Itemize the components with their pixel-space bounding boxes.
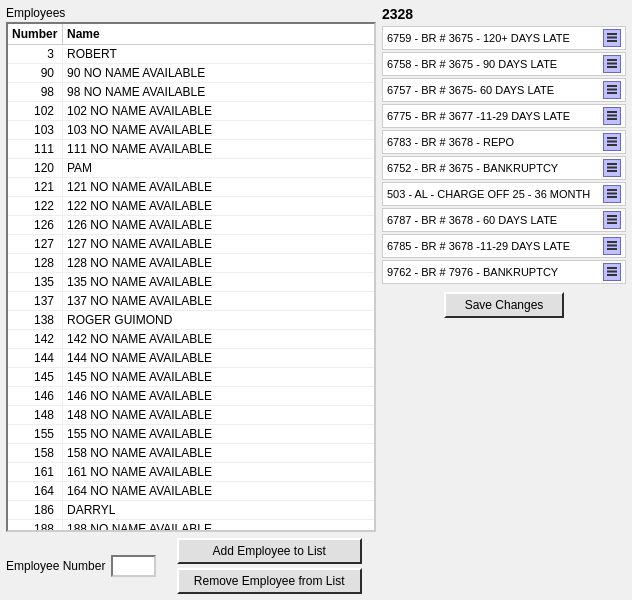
list-item-icon[interactable] (603, 185, 621, 203)
employee-number-cell: 103 (8, 121, 63, 139)
list-item-text: 6759 - BR # 3675 - 120+ DAYS LATE (387, 32, 599, 44)
list-item[interactable]: 6785 - BR # 3678 -11-29 DAYS LATE (382, 234, 626, 258)
table-row[interactable]: 135135 NO NAME AVAILABLE (8, 273, 374, 292)
action-buttons: Add Employee to List Remove Employee fro… (162, 538, 376, 594)
table-row[interactable]: 9898 NO NAME AVAILABLE (8, 83, 374, 102)
list-item[interactable]: 6752 - BR # 3675 - BANKRUPTCY (382, 156, 626, 180)
list-item[interactable]: 6758 - BR # 3675 - 90 DAYS LATE (382, 52, 626, 76)
employee-name-cell: 121 NO NAME AVAILABLE (63, 178, 374, 196)
table-row[interactable]: 138ROGER GUIMOND (8, 311, 374, 330)
table-row[interactable]: 142142 NO NAME AVAILABLE (8, 330, 374, 349)
table-row[interactable]: 122122 NO NAME AVAILABLE (8, 197, 374, 216)
table-row[interactable]: 148148 NO NAME AVAILABLE (8, 406, 374, 425)
table-row[interactable]: 126126 NO NAME AVAILABLE (8, 216, 374, 235)
svg-rect-5 (607, 66, 617, 68)
employee-number-input[interactable] (111, 555, 156, 577)
charge-list: 6759 - BR # 3675 - 120+ DAYS LATE 6758 -… (382, 26, 626, 284)
table-row[interactable]: 145145 NO NAME AVAILABLE (8, 368, 374, 387)
table-row[interactable]: 146146 NO NAME AVAILABLE (8, 387, 374, 406)
employee-number-cell: 158 (8, 444, 63, 462)
employee-number-cell: 148 (8, 406, 63, 424)
table-row[interactable]: 111111 NO NAME AVAILABLE (8, 140, 374, 159)
table-row[interactable]: 155155 NO NAME AVAILABLE (8, 425, 374, 444)
right-panel-title: 2328 (382, 6, 626, 22)
employee-name-cell: 164 NO NAME AVAILABLE (63, 482, 374, 500)
employee-name-cell: 188 NO NAME AVAILABLE (63, 520, 374, 530)
svg-rect-17 (607, 170, 617, 172)
svg-rect-13 (607, 141, 617, 143)
list-item[interactable]: 6783 - BR # 3678 - REPO (382, 130, 626, 154)
table-row[interactable]: 9090 NO NAME AVAILABLE (8, 64, 374, 83)
employee-number-cell: 142 (8, 330, 63, 348)
table-row[interactable]: 158158 NO NAME AVAILABLE (8, 444, 374, 463)
table-row[interactable]: 137137 NO NAME AVAILABLE (8, 292, 374, 311)
employee-number-cell: 122 (8, 197, 63, 215)
employee-name-cell: 98 NO NAME AVAILABLE (63, 83, 374, 101)
employee-name-cell: 158 NO NAME AVAILABLE (63, 444, 374, 462)
employee-name-cell: 137 NO NAME AVAILABLE (63, 292, 374, 310)
employee-number-cell: 155 (8, 425, 63, 443)
list-item-icon[interactable] (603, 159, 621, 177)
table-row[interactable]: 186DARRYL (8, 501, 374, 520)
employee-name-cell: 127 NO NAME AVAILABLE (63, 235, 374, 253)
svg-rect-25 (607, 245, 617, 247)
employee-name-cell: DARRYL (63, 501, 374, 519)
right-panel: 2328 6759 - BR # 3675 - 120+ DAYS LATE 6… (382, 6, 626, 594)
list-item[interactable]: 6787 - BR # 3678 - 60 DAYS LATE (382, 208, 626, 232)
list-item[interactable]: 9762 - BR # 7976 - BANKRUPTCY (382, 260, 626, 284)
table-row[interactable]: 127127 NO NAME AVAILABLE (8, 235, 374, 254)
list-item[interactable]: 6775 - BR # 3677 -11-29 DAYS LATE (382, 104, 626, 128)
employee-number-cell: 188 (8, 520, 63, 530)
list-item[interactable]: 503 - AL - CHARGE OFF 25 - 36 MONTH (382, 182, 626, 206)
table-row[interactable]: 120PAM (8, 159, 374, 178)
svg-rect-12 (607, 137, 617, 139)
employee-number-cell: 120 (8, 159, 63, 177)
employee-name-cell: 126 NO NAME AVAILABLE (63, 216, 374, 234)
svg-rect-0 (607, 33, 617, 35)
list-item-icon[interactable] (603, 81, 621, 99)
save-changes-button[interactable]: Save Changes (444, 292, 564, 318)
table-row[interactable]: 3ROBERT (8, 45, 374, 64)
table-row[interactable]: 128128 NO NAME AVAILABLE (8, 254, 374, 273)
employee-name-cell: 103 NO NAME AVAILABLE (63, 121, 374, 139)
list-item-text: 6783 - BR # 3678 - REPO (387, 136, 599, 148)
list-item-text: 9762 - BR # 7976 - BANKRUPTCY (387, 266, 599, 278)
employee-number-cell: 90 (8, 64, 63, 82)
employee-number-cell: 137 (8, 292, 63, 310)
employee-number-cell: 164 (8, 482, 63, 500)
employee-number-cell: 102 (8, 102, 63, 120)
list-item-icon[interactable] (603, 29, 621, 47)
list-item-text: 6785 - BR # 3678 -11-29 DAYS LATE (387, 240, 599, 252)
list-item-icon[interactable] (603, 107, 621, 125)
svg-rect-6 (607, 85, 617, 87)
table-row[interactable]: 144144 NO NAME AVAILABLE (8, 349, 374, 368)
table-row[interactable]: 121121 NO NAME AVAILABLE (8, 178, 374, 197)
svg-rect-9 (607, 111, 617, 113)
table-row[interactable]: 188188 NO NAME AVAILABLE (8, 520, 374, 530)
list-item-icon[interactable] (603, 237, 621, 255)
table-row[interactable]: 103103 NO NAME AVAILABLE (8, 121, 374, 140)
list-item-text: 6787 - BR # 3678 - 60 DAYS LATE (387, 214, 599, 226)
column-number: Number (8, 24, 63, 44)
table-row[interactable]: 102102 NO NAME AVAILABLE (8, 102, 374, 121)
list-item-icon[interactable] (603, 263, 621, 281)
employee-number-cell: 145 (8, 368, 63, 386)
svg-rect-28 (607, 271, 617, 273)
list-item-icon[interactable] (603, 211, 621, 229)
svg-rect-27 (607, 267, 617, 269)
list-item-icon[interactable] (603, 133, 621, 151)
svg-rect-20 (607, 196, 617, 198)
list-item-icon[interactable] (603, 55, 621, 73)
list-item[interactable]: 6757 - BR # 3675- 60 DAYS LATE (382, 78, 626, 102)
svg-rect-29 (607, 274, 617, 276)
employees-list[interactable]: 3ROBERT9090 NO NAME AVAILABLE9898 NO NAM… (8, 45, 374, 530)
employee-number-cell: 186 (8, 501, 63, 519)
employee-number-label: Employee Number (6, 559, 105, 573)
table-row[interactable]: 161161 NO NAME AVAILABLE (8, 463, 374, 482)
add-employee-button[interactable]: Add Employee to List (177, 538, 362, 564)
list-item[interactable]: 6759 - BR # 3675 - 120+ DAYS LATE (382, 26, 626, 50)
table-row[interactable]: 164164 NO NAME AVAILABLE (8, 482, 374, 501)
bottom-bar: Employee Number Add Employee to List Rem… (6, 538, 376, 594)
remove-employee-button[interactable]: Remove Employee from List (177, 568, 362, 594)
svg-rect-26 (607, 248, 617, 250)
